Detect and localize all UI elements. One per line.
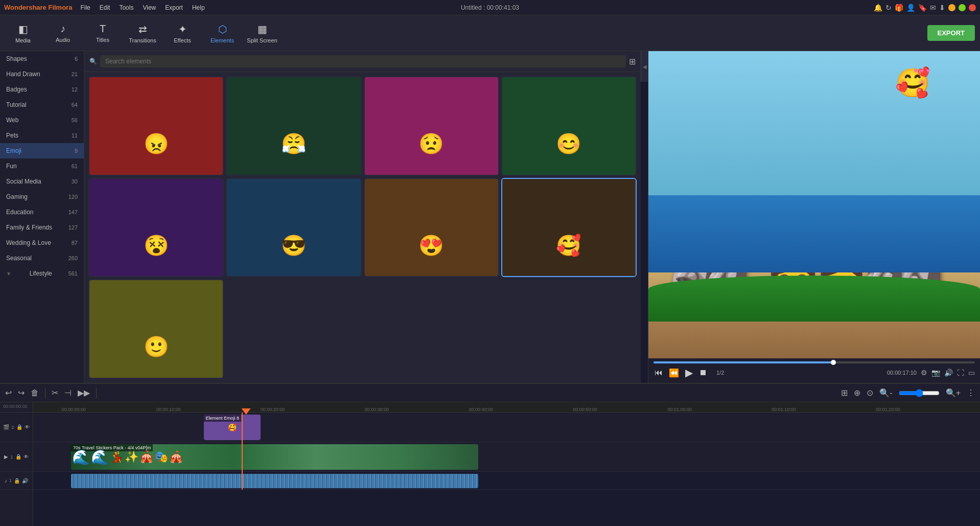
zoom-fit-tool[interactable]: ⊙ xyxy=(867,388,873,398)
toolbar-transitions[interactable]: ⇄ Transitions xyxy=(125,18,160,49)
add-track-tool[interactable]: ⊞ xyxy=(841,388,848,398)
audio-lock-icon[interactable]: 🔒 xyxy=(14,478,20,484)
audio-mute-icon[interactable]: 🔊 xyxy=(22,478,28,484)
skip-back-button[interactable]: ⏮ xyxy=(654,367,664,378)
element-clip-emoji8[interactable]: 🥰 Element Emoji 8 xyxy=(204,415,261,440)
toolbar-effects[interactable]: ✦ Effects xyxy=(165,18,200,49)
category-fun-count: 61 xyxy=(72,163,78,169)
bookmark-icon[interactable]: 🔖 xyxy=(918,4,927,12)
pip-icon[interactable]: ▭ xyxy=(968,369,975,377)
mail-icon[interactable]: ✉ xyxy=(930,4,936,12)
trim-tool[interactable]: ⊣ xyxy=(64,388,72,398)
user-icon[interactable]: 👤 xyxy=(906,4,915,12)
toolbar-elements[interactable]: ⬡ Elements xyxy=(204,18,240,49)
category-fun-label: Fun xyxy=(6,163,17,170)
split-tool[interactable]: ✂ xyxy=(52,388,58,398)
redo-tool[interactable]: ↪ xyxy=(18,388,25,398)
track2-lock-icon[interactable]: 🔒 xyxy=(16,424,22,430)
toolbar-audio[interactable]: ♪ Audio xyxy=(45,18,81,49)
element-emoji2[interactable]: 😤 Element Emoji 2 xyxy=(226,76,361,176)
category-seasonal[interactable]: Seasonal 260 xyxy=(0,250,84,266)
playhead[interactable] xyxy=(242,413,243,490)
category-emoji-label: Emoji xyxy=(6,147,21,154)
track1-eye-icon[interactable]: 👁 xyxy=(24,454,29,460)
toolbar-audio-label: Audio xyxy=(56,37,70,43)
download-icon[interactable]: ⬇ xyxy=(939,4,945,12)
stop-button[interactable]: ⏹ xyxy=(698,367,708,378)
element-emoji4[interactable]: 😵 Element Emoji 4 xyxy=(88,178,224,278)
video-clip-main[interactable]: 70s Travel Stickers Pack - 4/4 v04P[m 🌊 … xyxy=(71,444,478,470)
sync-icon[interactable]: ↻ xyxy=(885,4,892,12)
category-handdrawn[interactable]: Hand Drawn 21 xyxy=(0,66,84,82)
category-pets[interactable]: Pets 11 xyxy=(0,128,84,143)
menu-export[interactable]: Export xyxy=(161,3,187,12)
maximize-button[interactable] xyxy=(959,4,966,11)
timeline: ↩ ↪ 🗑 ✂ ⊣ ▶▶ ⊞ ⊕ ⊙ 🔍- 🔍+ ⋮ 00:00:00:00 🎬… xyxy=(0,383,980,526)
track2-eye-icon[interactable]: 👁 xyxy=(25,424,30,430)
category-education[interactable]: Education 147 xyxy=(0,204,84,220)
audio-preview-icon[interactable]: 🔊 xyxy=(944,369,953,377)
toolbar-media[interactable]: ◧ Media xyxy=(5,18,41,49)
element-emoji8[interactable]: 🥰 Element Emoji 8 xyxy=(501,178,637,278)
snapshot-icon[interactable]: 📷 xyxy=(931,369,940,377)
element-emoji5[interactable]: 😊 Element Emoji 5 xyxy=(501,76,637,176)
search-input[interactable] xyxy=(100,55,626,67)
category-lifestyle[interactable]: ▼ Lifestyle 561 xyxy=(0,266,84,281)
element-emoji3-thumb: 😟 xyxy=(365,77,498,176)
zoom-in-tool[interactable]: 🔍+ xyxy=(946,388,961,398)
ruler-mark-6: 00:01:00:00 xyxy=(668,407,692,412)
export-button[interactable]: EXPORT xyxy=(927,25,975,41)
menu-tools[interactable]: Tools xyxy=(115,3,137,12)
notification-icon[interactable]: 🔔 xyxy=(874,4,882,12)
menu-edit[interactable]: Edit xyxy=(96,3,114,12)
step-back-button[interactable]: ⏪ xyxy=(668,367,680,379)
grid-toggle-icon[interactable]: ⊞ xyxy=(629,57,636,66)
fullscreen-icon[interactable]: ⛶ xyxy=(957,369,964,377)
progress-bar[interactable] xyxy=(654,361,975,363)
search-bar: 🔍 ⊞ xyxy=(84,51,641,72)
audio-clip-main[interactable] xyxy=(71,474,478,488)
element-emoji3[interactable]: 😟 Element Emoji 3 xyxy=(364,76,499,176)
progress-handle[interactable] xyxy=(831,360,836,365)
zoom-out-tool[interactable]: 🔍- xyxy=(879,388,892,398)
category-family[interactable]: Family & Friends 127 xyxy=(0,220,84,235)
menu-view[interactable]: View xyxy=(138,3,160,12)
menu-bar: File Edit Tools View Export Help xyxy=(76,3,208,12)
titlebar-left: Wondershare Filmora File Edit Tools View… xyxy=(0,3,209,12)
category-emoji[interactable]: Emoji 9 xyxy=(0,143,84,158)
category-social[interactable]: Social Media 30 xyxy=(0,174,84,189)
close-button[interactable] xyxy=(969,4,976,11)
magnet-tool[interactable]: ⊕ xyxy=(854,388,860,398)
category-badges[interactable]: Badges 12 xyxy=(0,82,84,97)
category-tutorial[interactable]: Tutorial 64 xyxy=(0,97,84,112)
undo-tool[interactable]: ↩ xyxy=(5,388,12,398)
playback-controls: ⏮ ⏪ ▶ ⏹ 1/2 00:00:17:10 ⚙ 📷 🔊 ⛶ ▭ xyxy=(654,365,975,380)
preview-controls: ⏮ ⏪ ▶ ⏹ 1/2 00:00:17:10 ⚙ 📷 🔊 ⛶ ▭ xyxy=(648,358,980,383)
toolbar-titles[interactable]: T Titles xyxy=(85,18,121,49)
menu-help[interactable]: Help xyxy=(188,3,209,12)
more-tool[interactable]: ⋮ xyxy=(967,388,975,398)
category-shapes[interactable]: Shapes 6 xyxy=(0,51,84,66)
gift-icon[interactable]: 🎁 xyxy=(895,4,903,12)
minimize-button[interactable] xyxy=(948,4,955,11)
timeline-content: 00:00:00:00 🎬 2 🔒 👁 ▶ 1 🔒 👁 ♪ 1 🔒 🔊 xyxy=(0,402,980,526)
zoom-slider[interactable] xyxy=(899,389,940,397)
settings-icon[interactable]: ⚙ xyxy=(921,369,927,377)
element-emoji1[interactable]: 🙂 Element Emoji 1 xyxy=(88,279,224,379)
play-button[interactable]: ▶ xyxy=(684,365,694,380)
element-emoji9[interactable]: 😎 Element Emoji 9 xyxy=(226,178,361,278)
track1-lock-icon[interactable]: 🔒 xyxy=(15,454,21,460)
delete-tool[interactable]: 🗑 xyxy=(31,388,39,398)
menu-file[interactable]: File xyxy=(76,3,94,12)
panel-collapse-button[interactable]: ◀ xyxy=(641,51,648,82)
category-wedding[interactable]: Wedding & Love 87 xyxy=(0,235,84,250)
toolbar-splitscreen[interactable]: ▦ Split Screen xyxy=(244,18,280,49)
element-emoji7[interactable]: 😠 Element Emoji 7 xyxy=(88,76,224,176)
category-gaming[interactable]: Gaming 120 xyxy=(0,189,84,204)
element-emoji6[interactable]: 😍 Element Emoji 6 xyxy=(364,178,499,278)
track-label-video: ▶ 1 🔒 👁 xyxy=(0,442,33,472)
category-web[interactable]: Web 56 xyxy=(0,112,84,128)
category-collapse-icon: ▼ xyxy=(6,271,11,277)
speed-tool[interactable]: ▶▶ xyxy=(78,388,90,398)
category-fun[interactable]: Fun 61 xyxy=(0,158,84,174)
